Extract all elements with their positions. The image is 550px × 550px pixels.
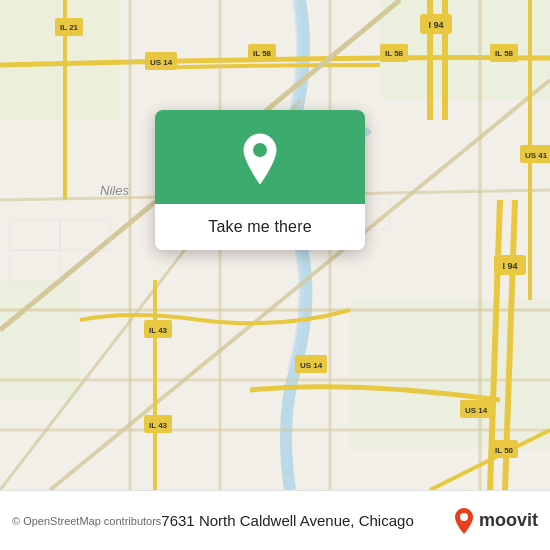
moovit-brand-text: moovit [479, 510, 538, 531]
svg-rect-4 [350, 300, 550, 450]
svg-text:IL 43: IL 43 [149, 326, 168, 335]
svg-text:US 14: US 14 [300, 361, 323, 370]
svg-text:IL 21: IL 21 [60, 23, 79, 32]
location-popup: Take me there [155, 110, 365, 250]
svg-text:US 14: US 14 [465, 406, 488, 415]
svg-text:Niles: Niles [100, 183, 129, 198]
map-container: I 94 US 14 IL 21 IL 58 IL 58 IL 58 I 94 … [0, 0, 550, 490]
svg-text:IL 50: IL 50 [495, 446, 514, 455]
svg-text:I 94: I 94 [502, 261, 517, 271]
svg-text:IL 58: IL 58 [385, 49, 404, 58]
take-me-there-button[interactable]: Take me there [155, 204, 365, 250]
svg-text:IL 58: IL 58 [253, 49, 272, 58]
attribution-text: © OpenStreetMap contributors [12, 515, 161, 527]
svg-text:IL 58: IL 58 [495, 49, 514, 58]
bottom-bar: © OpenStreetMap contributors 7631 North … [0, 490, 550, 550]
moovit-pin-icon [453, 507, 475, 535]
svg-point-57 [460, 513, 468, 521]
svg-text:IL 43: IL 43 [149, 421, 168, 430]
popup-header [155, 110, 365, 204]
moovit-logo: moovit [453, 507, 538, 535]
svg-text:US 41: US 41 [525, 151, 548, 160]
svg-point-56 [253, 143, 267, 157]
svg-text:US 14: US 14 [150, 58, 173, 67]
svg-text:I 94: I 94 [428, 20, 443, 30]
location-pin-icon [238, 132, 282, 186]
address-label: 7631 North Caldwell Avenue, Chicago [161, 512, 443, 529]
